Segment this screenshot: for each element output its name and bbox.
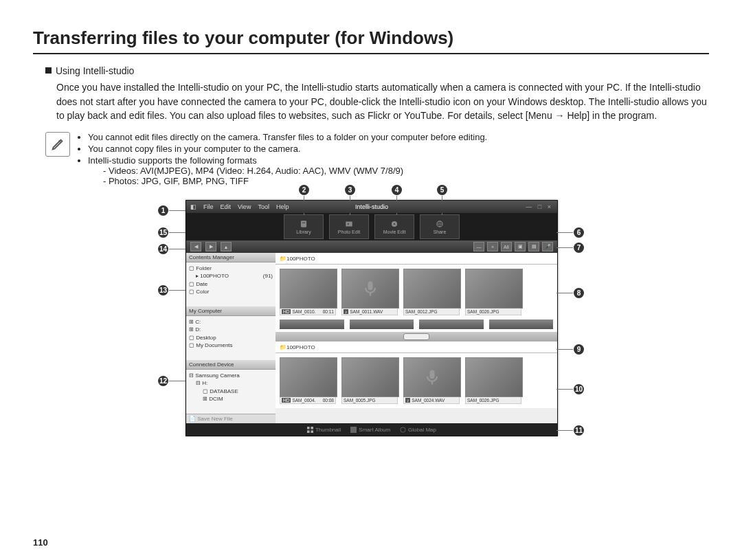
menu-tool[interactable]: Tool [258, 203, 269, 210]
callout-9: 9 [574, 344, 584, 355]
screenshot-figure: 1 2 3 4 5 6 7 8 9 10 11 12 13 14 15 ◧ [186, 200, 556, 436]
section-label: Using Intelli-studio [56, 65, 134, 76]
view-thumbnail[interactable]: Thumbnail [307, 427, 341, 433]
title-rule [33, 53, 709, 54]
svg-rect-1 [302, 223, 306, 223]
filter-video-button[interactable]: ▤ [528, 242, 539, 251]
filter-photo-button[interactable]: ▣ [515, 242, 526, 251]
intelli-studio-window: ◧ File Edit View Tool Help Intelli-studi… [186, 200, 558, 436]
callout-5: 5 [437, 185, 447, 195]
thumbnail[interactable]: SAM_0026.JPG [465, 269, 521, 315]
callout-10: 10 [574, 384, 584, 394]
app-brand: Intelli-studio [355, 203, 388, 210]
menu-file[interactable]: File [203, 203, 214, 210]
svg-rect-0 [301, 221, 306, 227]
svg-point-14 [401, 427, 405, 432]
svg-rect-12 [311, 430, 313, 433]
svg-rect-13 [350, 427, 357, 433]
device-grid-bottom[interactable]: HDSAM_0004.00:08SAM_0005.JPG♪SAM_0024.WA… [276, 353, 557, 408]
callout-15: 15 [158, 227, 168, 238]
main-panel: 📁 100PHOTO HDSAM_0010.00:11♪SAM_0011.WAV… [276, 253, 557, 423]
note-item: You cannot copy files in your computer t… [88, 144, 487, 154]
thumbnail[interactable]: SAM_0005.JPG [341, 357, 398, 404]
view-mode-bar: Thumbnail Smart Album Global Map [186, 423, 557, 436]
bullet-square-icon [45, 67, 52, 74]
thumbnail[interactable]: HDSAM_0004.00:08 [280, 357, 336, 404]
panel-splitter[interactable] [276, 332, 557, 341]
contents-manager-header: Contents Manager [186, 253, 276, 262]
callout-2: 2 [299, 185, 309, 195]
globe-icon [435, 219, 445, 229]
device-tree[interactable]: ⊟ Samsung Camera ⊟ H: ▢ DATABASE ⊞ DCIM [186, 370, 276, 414]
mode-movie-edit[interactable]: Movie Edit [374, 214, 414, 239]
svg-point-5 [394, 223, 395, 225]
breadcrumb-bottom: 📁 100PHOTO [276, 341, 557, 353]
note-block: You cannot edit files directly on the ca… [33, 132, 709, 188]
toolbar: ◀ ▶ ▲ — + All ▣ ▤ 🎤 [186, 240, 557, 253]
menu-help[interactable]: Help [276, 203, 289, 210]
svg-rect-11 [307, 430, 310, 433]
window-controls[interactable]: — □ × [526, 203, 553, 210]
svg-point-3 [348, 223, 349, 225]
callout-14: 14 [158, 244, 168, 254]
thumbnail[interactable]: ♪SAM_0024.WAV [403, 357, 460, 404]
thumbnail[interactable]: SAM_0026.JPG [465, 357, 521, 404]
callout-11: 11 [574, 425, 584, 436]
callout-6: 6 [574, 227, 584, 238]
filter-all-button[interactable]: All [501, 242, 512, 251]
view-smart-album[interactable]: Smart Album [350, 427, 390, 433]
section-description: Once you have installed the Intelli-stud… [33, 80, 709, 122]
menu-view[interactable]: View [238, 203, 251, 210]
menu-edit[interactable]: Edit [221, 203, 232, 210]
page-title: Transferring files to your computer (for… [33, 27, 709, 49]
save-new-file-button[interactable]: 📄 Save New File [186, 414, 276, 423]
callout-12: 12 [158, 376, 168, 386]
mode-share[interactable]: Share [420, 214, 460, 239]
callout-8: 8 [574, 288, 584, 298]
section-heading: Using Intelli-studio [33, 64, 709, 78]
callout-4: 4 [392, 185, 402, 195]
nav-back-button[interactable]: ◀ [190, 242, 201, 251]
thumbnail[interactable]: SAM_0012.JPG [403, 269, 460, 315]
note-body: You cannot edit files directly on the ca… [78, 132, 487, 188]
mode-library[interactable]: Library [284, 214, 324, 239]
breadcrumb-top: 📁 100PHOTO [276, 253, 557, 265]
callout-7: 7 [574, 243, 584, 253]
app-icon: ◧ [190, 203, 196, 210]
page-number: 110 [33, 537, 48, 548]
nav-up-button[interactable]: ▲ [221, 242, 232, 251]
svg-rect-7 [368, 282, 373, 291]
movie-icon [390, 219, 399, 229]
thumbnail[interactable]: HDSAM_0010.00:11 [280, 269, 336, 315]
library-grid-top[interactable]: HDSAM_0010.00:11♪SAM_0011.WAVSAM_0012.JP… [276, 265, 557, 320]
titlebar: ◧ File Edit View Tool Help Intelli-studi… [186, 201, 557, 213]
my-computer-header: My Computer [186, 306, 276, 316]
contents-tree[interactable]: ▢ Folder ▸ 100PHOTO (91) ▢ Date ▢ Color [186, 262, 276, 306]
svg-rect-10 [311, 427, 313, 429]
nav-fwd-button[interactable]: ▶ [205, 242, 216, 251]
photo-icon [344, 219, 354, 229]
view-global-map[interactable]: Global Map [400, 427, 436, 433]
note-item: You cannot edit files directly on the ca… [88, 132, 487, 142]
svg-rect-9 [307, 427, 310, 429]
zoom-slider[interactable]: — [473, 242, 484, 251]
connected-device-header: Connected Device [186, 360, 276, 370]
svg-rect-8 [430, 370, 435, 379]
thumbnail[interactable]: ♪SAM_0011.WAV [341, 269, 398, 315]
callout-3: 3 [345, 185, 355, 195]
filter-audio-button[interactable]: 🎤 [542, 242, 553, 251]
note-item: Intelli-studio supports the following fo… [88, 155, 487, 186]
mode-bar: Library Photo Edit Movie Edit Share [186, 213, 557, 240]
computer-tree[interactable]: ⊞ C: ⊞ D: ▢ Desktop ▢ My Documents [186, 316, 276, 360]
mode-photo-edit[interactable]: Photo Edit [329, 214, 369, 239]
note-icon [45, 132, 70, 157]
zoom-in-button[interactable]: + [487, 242, 498, 251]
sidebar: Contents Manager ▢ Folder ▸ 100PHOTO (91… [186, 253, 276, 423]
callout-13: 13 [158, 285, 168, 295]
callout-1: 1 [158, 205, 168, 216]
library-icon [299, 219, 308, 229]
